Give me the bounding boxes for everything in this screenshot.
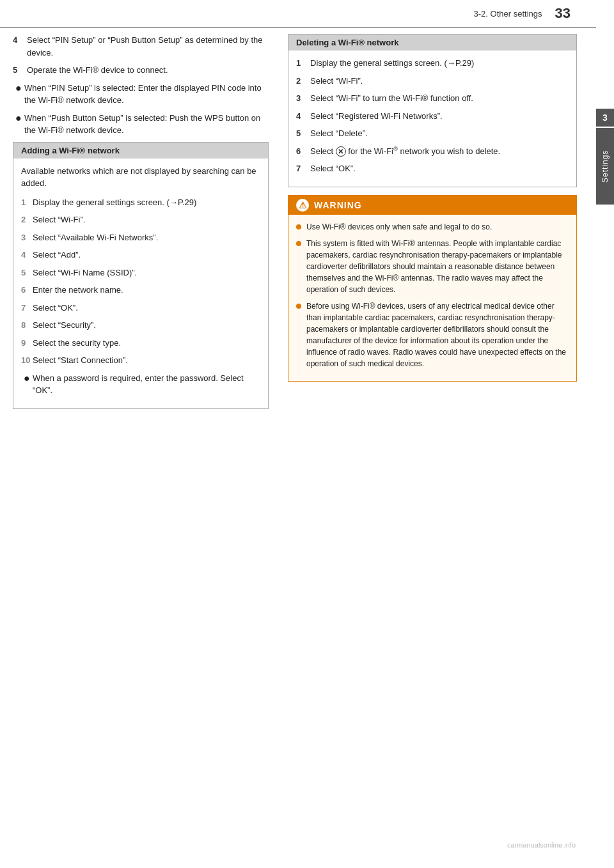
step-5-text: Operate the Wi-Fi® device to connect. xyxy=(27,64,269,77)
step-5: 5 Operate the Wi-Fi® device to connect. xyxy=(13,64,269,77)
tab-number: 3 xyxy=(596,109,614,127)
add-step-6: 6 Enter the network name. xyxy=(21,284,260,297)
bullet-pin-text: When “PIN Setup” is selected: Enter the … xyxy=(24,82,269,107)
add-bullet-text: When a password is required, enter the p… xyxy=(33,372,260,397)
deleting-section-title: Deleting a Wi-Fi® network xyxy=(296,38,398,47)
add-step-9: 9 Select the security type. xyxy=(21,337,260,350)
right-column: Deleting a Wi-Fi® network 1 Display the … xyxy=(281,34,577,417)
del-step-2-text: Select “Wi-Fi”. xyxy=(310,75,569,88)
main-content: 3-2. Other settings 33 4 Select “PIN Set… xyxy=(0,0,596,868)
bullet-push: ● When “Push Button Setup” is selected: … xyxy=(13,112,269,137)
del-step-7-text: Select “OK”. xyxy=(310,162,569,175)
adding-intro: Available networks which are not display… xyxy=(21,165,260,190)
del-step-3: 3 Select “Wi-Fi” to turn the Wi-Fi® func… xyxy=(296,92,569,105)
bullet-pin: ● When “PIN Setup” is selected: Enter th… xyxy=(13,82,269,107)
add-step-5-text: Select “Wi-Fi Name (SSID)”. xyxy=(33,267,260,279)
adding-section-title: Adding a Wi-Fi® network xyxy=(21,146,120,155)
add-step-1-num: 1 xyxy=(21,196,33,209)
warning-bullet-3: Before using Wi-Fi® devices, users of an… xyxy=(296,300,569,369)
add-step-10-text: Select “Start Connection”. xyxy=(33,354,260,367)
warning-dot-1 xyxy=(296,224,301,229)
step-5-num: 5 xyxy=(13,64,27,77)
warning-bullet-2: This system is fitted with Wi-Fi® antenn… xyxy=(296,238,569,295)
add-step-4-num: 4 xyxy=(21,249,33,261)
deleting-section-box: Deleting a Wi-Fi® network 1 Display the … xyxy=(288,34,577,187)
sidebar-label: Settings xyxy=(596,128,614,205)
del-step-6: 6 Select ✕ for the Wi-Fi® network you wi… xyxy=(296,145,569,158)
del-step-4-num: 4 xyxy=(296,110,310,123)
add-step-7-num: 7 xyxy=(21,302,33,314)
warning-box: ⚠ WARNING Use Wi-Fi® devices only when s… xyxy=(288,195,577,382)
two-col-layout: 4 Select “PIN Setup” or “Push Button Set… xyxy=(0,34,596,417)
add-step-4-text: Select “Add”. xyxy=(33,249,260,261)
deleting-section-header: Deleting a Wi-Fi® network xyxy=(288,35,576,50)
add-step-6-num: 6 xyxy=(21,284,33,297)
add-step-4: 4 Select “Add”. xyxy=(21,249,260,261)
warning-header: ⚠ WARNING xyxy=(288,196,576,215)
warning-triangle-icon: ⚠ xyxy=(296,199,309,212)
add-bullet: ● When a password is required, enter the… xyxy=(21,372,260,397)
del-step-7-num: 7 xyxy=(296,162,310,175)
warning-text-3: Before using Wi-Fi® devices, users of an… xyxy=(306,300,569,369)
add-step-3: 3 Select “Available Wi-Fi Networks”. xyxy=(21,231,260,244)
bullet-icon-1: ● xyxy=(15,82,24,107)
deleting-section-content: 1 Display the general settings screen. (… xyxy=(288,50,576,187)
warning-bullet-1: Use Wi-Fi® devices only when safe and le… xyxy=(296,221,569,233)
adding-section-box: Adding a Wi-Fi® network Available networ… xyxy=(13,142,269,409)
add-step-8: 8 Select “Security”. xyxy=(21,319,260,332)
del-step-1-text: Display the general settings screen. (→P… xyxy=(310,57,569,70)
add-step-10-num: 10 xyxy=(21,354,33,367)
bullet-icon-add: ● xyxy=(24,372,33,397)
left-column: 4 Select “PIN Setup” or “Push Button Set… xyxy=(13,34,281,417)
del-step-7: 7 Select “OK”. xyxy=(296,162,569,175)
del-step-5-text: Select “Delete”. xyxy=(310,127,569,140)
add-step-7-text: Select “OK”. xyxy=(33,302,260,314)
del-step-1-num: 1 xyxy=(296,57,310,70)
bullet-push-text: When “Push Button Setup” is selected: Pu… xyxy=(24,112,269,137)
warning-dot-2 xyxy=(296,241,301,246)
add-step-2-num: 2 xyxy=(21,213,33,226)
header-title: 3-2. Other settings xyxy=(474,9,542,19)
adding-section-content: Available networks which are not display… xyxy=(13,159,268,408)
del-step-2: 2 Select “Wi-Fi”. xyxy=(296,75,569,88)
add-step-3-num: 3 xyxy=(21,231,33,244)
step-4-num: 4 xyxy=(13,34,27,59)
add-step-1-text: Display the general settings screen. (→P… xyxy=(33,196,260,209)
add-step-1: 1 Display the general settings screen. (… xyxy=(21,196,260,209)
page-container: 3 Settings 3-2. Other settings 33 4 Sele… xyxy=(0,0,614,868)
bullet-icon-2: ● xyxy=(15,112,24,137)
add-step-5: 5 Select “Wi-Fi Name (SSID)”. xyxy=(21,267,260,279)
del-step-1: 1 Display the general settings screen. (… xyxy=(296,57,569,70)
watermark: carmanualsonline.info xyxy=(507,841,576,849)
del-step-5-num: 5 xyxy=(296,127,310,140)
add-step-10: 10 Select “Start Connection”. xyxy=(21,354,260,367)
warning-text-2: This system is fitted with Wi-Fi® antenn… xyxy=(306,238,569,295)
page-number: 33 xyxy=(555,5,571,22)
del-step-4: 4 Select “Registered Wi-Fi Networks”. xyxy=(296,110,569,123)
del-step-5: 5 Select “Delete”. xyxy=(296,127,569,140)
add-step-6-text: Enter the network name. xyxy=(33,284,260,297)
warning-title: WARNING xyxy=(314,200,362,210)
add-step-2-text: Select “Wi-Fi”. xyxy=(33,213,260,226)
add-step-9-text: Select the security type. xyxy=(33,337,260,350)
del-step-6-num: 6 xyxy=(296,145,310,158)
del-step-3-text: Select “Wi-Fi” to turn the Wi-Fi® functi… xyxy=(310,92,569,105)
add-step-8-num: 8 xyxy=(21,319,33,332)
add-step-9-num: 9 xyxy=(21,337,33,350)
add-step-8-text: Select “Security”. xyxy=(33,319,260,332)
step-4: 4 Select “PIN Setup” or “Push Button Set… xyxy=(13,34,269,59)
warning-text-1: Use Wi-Fi® devices only when safe and le… xyxy=(306,221,492,233)
warning-dot-3 xyxy=(296,304,301,309)
warning-content: Use Wi-Fi® devices only when safe and le… xyxy=(288,215,576,381)
x-circle-icon: ✕ xyxy=(336,146,346,157)
add-step-3-text: Select “Available Wi-Fi Networks”. xyxy=(33,231,260,244)
del-step-2-num: 2 xyxy=(296,75,310,88)
add-step-2: 2 Select “Wi-Fi”. xyxy=(21,213,260,226)
adding-section-header: Adding a Wi-Fi® network xyxy=(13,143,268,159)
add-step-5-num: 5 xyxy=(21,267,33,279)
del-step-4-text: Select “Registered Wi-Fi Networks”. xyxy=(310,110,569,123)
add-step-7: 7 Select “OK”. xyxy=(21,302,260,314)
del-step-3-num: 3 xyxy=(296,92,310,105)
step-4-text: Select “PIN Setup” or “Push Button Setup… xyxy=(27,34,269,59)
del-step-6-text: Select ✕ for the Wi-Fi® network you wish… xyxy=(310,145,569,158)
